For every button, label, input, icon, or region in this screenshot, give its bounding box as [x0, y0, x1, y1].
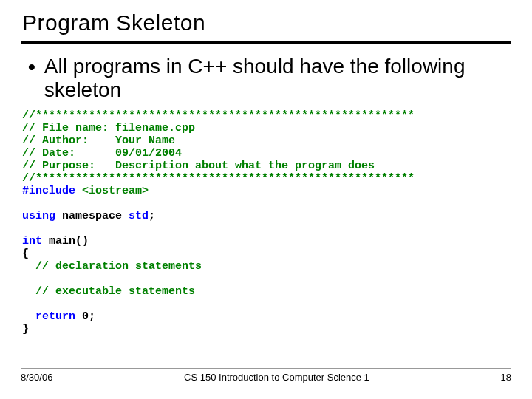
footer-date: 8/30/06	[21, 372, 52, 383]
keyword-int: int	[22, 235, 42, 248]
page-title: Program Skeleton	[22, 10, 511, 35]
return-value: 0;	[75, 310, 95, 323]
footer-page: 18	[501, 372, 511, 383]
keyword-using: using	[22, 210, 55, 222]
bullet-dot-icon: •	[28, 56, 35, 78]
comment-line: //**************************************…	[22, 172, 415, 185]
comment-line: // Purpose: Description about what the p…	[22, 160, 375, 172]
include-header: <iostream>	[82, 185, 149, 197]
brace-close: }	[22, 323, 29, 335]
footer-row: 8/30/06 CS 150 Introduction to Computer …	[21, 372, 511, 383]
bullet-item: • All programs in C++ should have the fo…	[28, 55, 511, 102]
footer-course: CS 150 Introduction to Computer Science …	[184, 372, 369, 383]
comment-line: // declaration statements	[22, 260, 202, 273]
comment-line: // File name: filename.cpp	[22, 122, 195, 134]
keyword-return: return	[22, 310, 75, 323]
preproc-keyword: #include	[22, 185, 82, 197]
comment-line: // Date: 09/01/2004	[22, 147, 182, 160]
bullet-text: All programs in C++ should have the foll…	[44, 55, 511, 102]
title-rule	[21, 41, 511, 44]
slide: Program Skeleton • All programs in C++ s…	[0, 0, 532, 399]
footer: 8/30/06 CS 150 Introduction to Computer …	[21, 368, 511, 383]
comment-line: // Author: Your Name	[22, 134, 175, 147]
comment-line: // executable statements	[22, 285, 195, 298]
brace-open: {	[22, 248, 29, 260]
comment-line: //**************************************…	[22, 109, 415, 122]
main-signature: main()	[42, 235, 89, 248]
code-text: ;	[149, 210, 155, 222]
footer-rule	[21, 368, 511, 369]
code-block: //**************************************…	[22, 109, 511, 335]
code-text: namespace	[55, 210, 129, 222]
identifier-std: std	[129, 210, 149, 222]
